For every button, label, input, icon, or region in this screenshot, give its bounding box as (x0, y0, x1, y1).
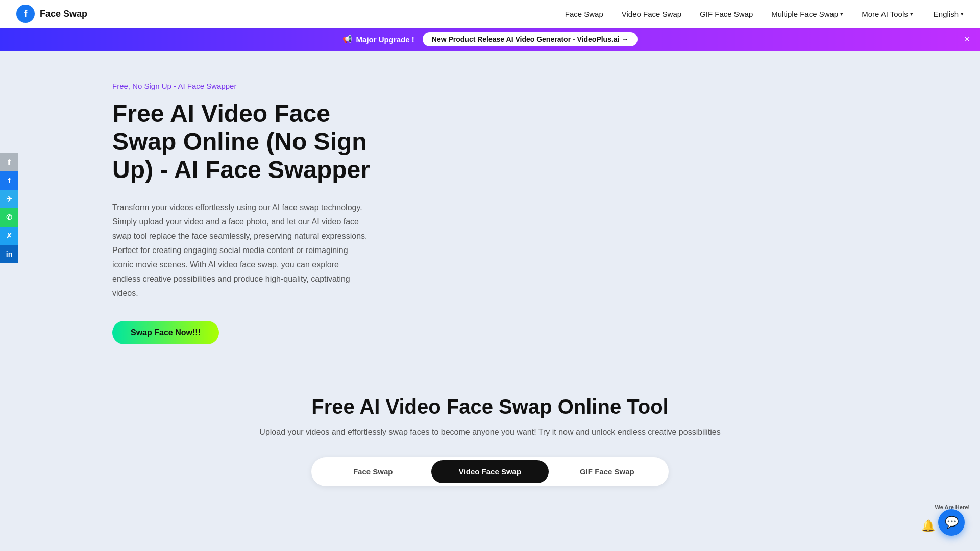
chat-widget-button[interactable]: 💬 (938, 509, 965, 536)
nav-links: Face Swap Video Face Swap GIF Face Swap … (565, 10, 913, 18)
chevron-down-icon: ▾ (910, 11, 913, 17)
tab-face-swap[interactable]: Face Swap (314, 460, 431, 483)
megaphone-icon: 📢 (342, 35, 352, 44)
tool-section-description: Upload your videos and effortlessly swap… (10, 428, 970, 437)
tabs-bar: Face Swap Video Face Swap GIF Face Swap (311, 457, 669, 486)
tab-video-face-swap[interactable]: Video Face Swap (431, 460, 548, 483)
hero-section: Free, No Sign Up - AI Face Swapper Free … (0, 51, 388, 365)
chevron-down-icon: ▾ (961, 11, 964, 17)
banner-cta-button[interactable]: New Product Release AI Video Generator -… (423, 32, 638, 46)
nav-more-ai-tools[interactable]: More AI Tools ▾ (862, 10, 913, 18)
hero-title: Free AI Video Face Swap Online (No Sign … (112, 99, 388, 184)
telegram-share-button[interactable]: ✈ (0, 190, 18, 208)
nav-gif-face-swap[interactable]: GIF Face Swap (700, 10, 753, 18)
logo-link[interactable]: f Face Swap (16, 5, 87, 23)
chevron-down-icon: ▾ (840, 11, 843, 17)
swap-face-now-button[interactable]: Swap Face Now!!! (112, 321, 219, 344)
logo-icon: f (16, 5, 35, 23)
tool-section: Free AI Video Face Swap Online Tool Uplo… (0, 365, 980, 486)
facebook-share-button[interactable]: f (0, 171, 18, 190)
nav-multiple-face-swap[interactable]: Multiple Face Swap ▾ (771, 10, 843, 18)
social-sidebar: ⬆ f ✈ ✆ ✗ in (0, 153, 18, 263)
share-button[interactable]: ⬆ (0, 153, 18, 171)
nav-video-face-swap[interactable]: Video Face Swap (622, 10, 681, 18)
notification-bell-icon[interactable]: 🔔 (921, 519, 935, 533)
nav-face-swap[interactable]: Face Swap (565, 10, 603, 18)
logo-text: Face Swap (40, 9, 87, 19)
main-content: Free, No Sign Up - AI Face Swapper Free … (0, 0, 980, 486)
banner-text: 📢 Major Upgrade ! (342, 35, 414, 44)
navbar: f Face Swap Face Swap Video Face Swap GI… (0, 0, 980, 28)
close-icon[interactable]: × (964, 34, 970, 45)
language-selector[interactable]: English ▾ (934, 10, 964, 18)
tool-section-title: Free AI Video Face Swap Online Tool (10, 395, 970, 418)
hero-subtitle: Free, No Sign Up - AI Face Swapper (112, 82, 388, 90)
tab-gif-face-swap[interactable]: GIF Face Swap (549, 460, 666, 483)
announcement-banner: 📢 Major Upgrade ! New Product Release AI… (0, 28, 980, 51)
whatsapp-share-button[interactable]: ✆ (0, 208, 18, 227)
twitter-share-button[interactable]: ✗ (0, 227, 18, 245)
linkedin-share-button[interactable]: in (0, 245, 18, 263)
hero-description: Transform your videos effortlessly using… (112, 201, 368, 300)
